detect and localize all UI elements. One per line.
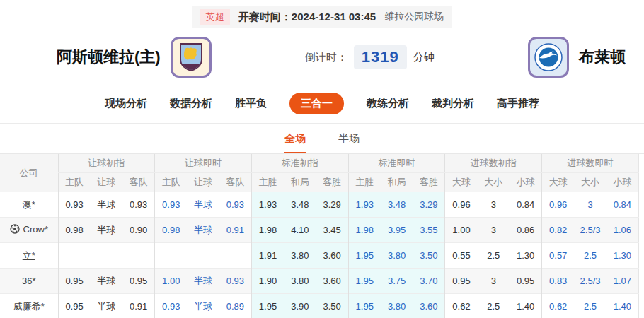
company-cell[interactable]: 威廉希* xyxy=(0,294,58,318)
countdown-label: 倒计时： xyxy=(305,51,347,64)
odds-cell xyxy=(122,243,155,269)
odds-cell: 3.60 xyxy=(413,294,445,318)
odds-cell: 1.90 xyxy=(251,269,284,294)
odds-cell xyxy=(58,243,91,269)
odds-cell: 3.80 xyxy=(381,294,413,318)
odds-cell: 1.98 xyxy=(251,218,284,243)
company-column-header: 公司 xyxy=(0,154,58,192)
odds-cell: 0.93 xyxy=(155,192,188,218)
kickoff-label: 开赛时间： xyxy=(238,11,292,23)
odds-cell: 0.84 xyxy=(510,192,542,218)
home-team: 阿斯顿维拉(主) xyxy=(57,37,212,78)
odds-cell: 1.30 xyxy=(510,243,542,269)
company-cell[interactable]: Crow* xyxy=(0,218,58,243)
table-row: 36*0.95半球0.951.00半球0.931.903.803.601.953… xyxy=(0,269,639,294)
odds-cell: 3.29 xyxy=(413,192,445,218)
odds-cell: 半球 xyxy=(187,218,219,243)
odds-sub-header: 客队 xyxy=(219,173,252,192)
table-row: Crow*0.98半球0.900.98半球0.911.984.103.451.9… xyxy=(0,218,639,243)
odds-cell: 0.62 xyxy=(542,294,575,318)
company-cell[interactable]: 澳* xyxy=(0,192,58,218)
countdown-unit: 分钟 xyxy=(413,51,435,64)
odds-cell: 3.55 xyxy=(413,218,445,243)
odds-group-header: 进球数初指 xyxy=(445,154,542,173)
match-info-bar: 英超 开赛时间：2024-12-31 03:45 维拉公园球场 xyxy=(0,6,644,28)
odds-cell xyxy=(187,243,219,269)
odds-cell: 0.95 xyxy=(510,269,542,294)
venue-name: 维拉公园球场 xyxy=(384,11,444,23)
odds-cell: 0.57 xyxy=(542,243,575,269)
company-name: Crow* xyxy=(10,224,48,235)
odds-sub-header: 客胜 xyxy=(316,173,349,192)
odds-cell: 1.95 xyxy=(348,269,381,294)
away-team: 布莱顿 xyxy=(528,37,626,78)
odds-cell: 0.98 xyxy=(155,218,188,243)
period-subtab[interactable]: 全场 xyxy=(284,132,306,153)
odds-sub-header: 主队 xyxy=(58,173,91,192)
aston-villa-badge xyxy=(171,37,212,78)
period-subtabs: 全场半场 xyxy=(0,124,644,154)
odds-cell: 3.60 xyxy=(316,243,349,269)
odds-cell: 半球 xyxy=(91,294,123,318)
nav-tab[interactable]: 三合一 xyxy=(289,93,344,114)
odds-cell: 1.93 xyxy=(348,192,381,218)
match-info-inner: 英超 开赛时间：2024-12-31 03:45 维拉公园球场 xyxy=(192,6,452,28)
odds-cell: 1.95 xyxy=(348,243,381,269)
odds-cell: 1.06 xyxy=(606,218,639,243)
odds-cell: 2.5 xyxy=(478,294,510,318)
odds-cell: 2.5 xyxy=(574,243,606,269)
company-name: 澳* xyxy=(23,199,35,211)
odds-cell: 0.93 xyxy=(219,192,252,218)
football-icon xyxy=(10,224,20,234)
away-team-name: 布莱顿 xyxy=(579,47,626,68)
nav-tab[interactable]: 胜平负 xyxy=(235,97,267,110)
odds-cell: 0.82 xyxy=(542,218,575,243)
odds-sub-header: 大小 xyxy=(574,173,606,192)
brighton-badge xyxy=(528,37,569,78)
odds-cell: 0.84 xyxy=(606,192,639,218)
odds-sub-header: 大小 xyxy=(478,173,510,192)
period-subtab[interactable]: 半场 xyxy=(338,132,360,153)
nav-tab[interactable]: 裁判分析 xyxy=(432,97,474,110)
odds-cell: 1.40 xyxy=(510,294,542,318)
odds-cell: 0.93 xyxy=(219,269,252,294)
company-label: 澳* xyxy=(23,199,35,211)
aston-villa-crest-icon xyxy=(178,42,204,72)
nav-tab[interactable]: 教练分析 xyxy=(367,97,409,110)
company-name: 36* xyxy=(22,276,36,286)
odds-cell: 半球 xyxy=(187,192,219,218)
odds-cell: 1.00 xyxy=(445,218,478,243)
odds-group-header: 进球数即时 xyxy=(542,154,639,173)
odds-cell: 半球 xyxy=(91,269,123,294)
company-cell[interactable]: 36* xyxy=(0,269,58,294)
odds-sub-header: 让球 xyxy=(91,173,123,192)
odds-cell: 0.55 xyxy=(445,243,478,269)
nav-tab[interactable]: 现场分析 xyxy=(105,97,147,110)
match-header: 阿斯顿维拉(主) 倒计时： 1319 分钟 布莱顿 xyxy=(0,37,644,78)
odds-group-header: 标准初指 xyxy=(251,154,348,173)
kickoff-time: 开赛时间：2024-12-31 03:45 xyxy=(238,11,376,24)
odds-cell: 3 xyxy=(478,269,510,294)
odds-cell: 半球 xyxy=(187,269,219,294)
odds-cell: 半球 xyxy=(91,218,123,243)
table-row: 威廉希*0.95半球0.910.93半球0.891.953.903.501.95… xyxy=(0,294,639,318)
odds-cell: 2.5/3 xyxy=(574,218,606,243)
league-badge[interactable]: 英超 xyxy=(200,9,230,25)
odds-cell: 3 xyxy=(574,192,606,218)
home-team-name: 阿斯顿维拉(主) xyxy=(57,47,161,68)
odds-sub-header: 主胜 xyxy=(251,173,284,192)
nav-tab[interactable]: 数据分析 xyxy=(170,97,212,110)
odds-cell: 0.95 xyxy=(58,269,91,294)
company-label: 立* xyxy=(23,249,35,262)
odds-cell: 4.10 xyxy=(284,218,316,243)
company-label: 36* xyxy=(22,276,36,286)
table-row: 立*1.913.803.601.953.803.500.552.51.300.5… xyxy=(0,243,639,269)
odds-sub-header: 客队 xyxy=(122,173,155,192)
nav-tab[interactable]: 高手推荐 xyxy=(497,97,539,110)
company-cell[interactable]: 立* xyxy=(0,243,58,269)
odds-cell: 3.48 xyxy=(381,192,413,218)
odds-cell: 2.5 xyxy=(478,243,510,269)
odds-sub-header: 主队 xyxy=(155,173,188,192)
odds-cell: 1.91 xyxy=(251,243,284,269)
odds-cell xyxy=(91,243,123,269)
